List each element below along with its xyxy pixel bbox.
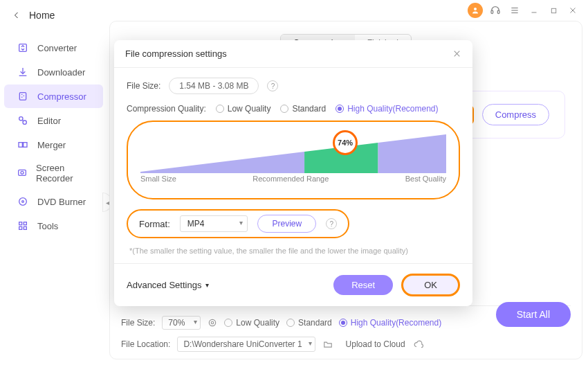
support-icon[interactable] — [488, 3, 502, 17]
upload-to-cloud-label: Upload to Cloud — [346, 339, 405, 349]
dvd-icon — [17, 195, 29, 208]
svg-rect-20 — [19, 170, 26, 175]
downloader-icon — [17, 66, 29, 78]
folder-icon[interactable] — [322, 339, 333, 349]
svg-rect-19 — [24, 143, 27, 148]
svg-rect-1 — [491, 10, 493, 14]
svg-point-22 — [19, 198, 27, 206]
svg-rect-25 — [24, 222, 26, 225]
quality-high-option[interactable]: High Quality(Recomend) — [339, 318, 441, 328]
tools-icon — [17, 220, 29, 232]
back-icon — [12, 11, 21, 19]
quality-label: Compression Quality: — [127, 104, 206, 114]
svg-point-21 — [21, 171, 24, 174]
home-label: Home — [29, 10, 55, 21]
file-size-select[interactable]: 70% — [162, 316, 201, 330]
sidebar-item-dvd-burner[interactable]: DVD Burner — [4, 190, 103, 213]
svg-point-30 — [212, 321, 214, 324]
merger-icon — [17, 139, 29, 151]
home-nav[interactable]: Home — [0, 0, 107, 30]
chevron-down-icon: ▾ — [205, 281, 209, 289]
quality-standard-option[interactable]: Standard — [280, 104, 326, 114]
slider-wedge-icon — [140, 134, 446, 173]
sidebar-item-compressor[interactable]: Compressor — [4, 84, 103, 108]
svg-point-0 — [474, 8, 477, 10]
recorder-icon — [17, 167, 28, 179]
sidebar-item-label: Compressor — [37, 91, 86, 102]
svg-point-15 — [19, 117, 23, 121]
bottom-bar: Start All File Size: 70% Low Quality Sta… — [121, 305, 571, 352]
start-all-button[interactable]: Start All — [496, 302, 571, 327]
svg-rect-11 — [19, 93, 26, 100]
slider-thumb[interactable]: 74% — [333, 130, 358, 155]
format-row: Format: MP4 Preview ? — [127, 209, 349, 238]
format-label: Format: — [139, 219, 170, 229]
sidebar-item-editor[interactable]: Editor — [4, 109, 103, 132]
editor-icon — [17, 114, 29, 127]
modal-title: File compression settings — [125, 48, 227, 59]
svg-point-16 — [23, 121, 26, 124]
slider-best-label: Best Quality — [405, 175, 446, 183]
svg-rect-7 — [551, 8, 555, 12]
reset-button[interactable]: Reset — [333, 275, 393, 295]
file-size-range-field[interactable]: 1.54 MB - 3.08 MB — [169, 78, 259, 94]
sidebar-item-label: Downloader — [37, 67, 85, 78]
sidebar-item-converter[interactable]: Converter — [4, 36, 103, 60]
cloud-icon[interactable] — [412, 339, 425, 349]
help-icon[interactable]: ? — [267, 80, 278, 91]
quality-low-option[interactable]: Low Quality — [216, 104, 271, 114]
sidebar-item-label: Editor — [37, 116, 61, 126]
modal-close-icon[interactable] — [452, 49, 461, 58]
hint-text: *(The smaller the setting value, the sma… — [129, 247, 457, 255]
sidebar-item-label: Screen Recorder — [36, 163, 91, 184]
sidebar-item-label: Tools — [37, 221, 58, 231]
sidebar-item-merger[interactable]: Merger — [4, 133, 103, 157]
sidebar-item-screen-recorder[interactable]: Screen Recorder — [4, 157, 103, 189]
sidebar-item-label: Converter — [37, 43, 77, 53]
user-avatar[interactable] — [468, 3, 483, 18]
sidebar-item-label: Merger — [37, 140, 66, 150]
quality-slider[interactable]: 74% Small Size Recommended Range Best Qu… — [127, 121, 460, 199]
advanced-settings-toggle[interactable]: Advanced Settings ▾ — [127, 280, 209, 290]
svg-rect-26 — [19, 226, 22, 229]
quality-low-option[interactable]: Low Quality — [224, 318, 279, 328]
sidebar-item-label: DVD Burner — [37, 197, 86, 207]
maximize-button[interactable] — [546, 3, 560, 17]
svg-line-17 — [22, 120, 23, 121]
svg-rect-24 — [19, 222, 22, 225]
file-location-label: File Location: — [121, 339, 170, 349]
svg-rect-2 — [497, 10, 499, 14]
compress-button[interactable]: Compress — [482, 104, 549, 125]
ok-button[interactable]: OK — [401, 274, 460, 296]
slider-recommended-label: Recommended Range — [252, 175, 329, 183]
target-icon[interactable] — [208, 318, 217, 328]
svg-marker-35 — [378, 134, 446, 173]
converter-icon — [17, 42, 29, 54]
file-location-select[interactable]: D:\Wondershare UniConverter 1 — [177, 337, 315, 352]
sidebar: Home Converter Downloader Compressor Edi… — [0, 0, 107, 365]
svg-rect-18 — [19, 143, 22, 148]
preview-button[interactable]: Preview — [257, 215, 316, 233]
format-select[interactable]: MP4 — [180, 215, 248, 232]
svg-rect-27 — [24, 226, 26, 229]
compressor-icon — [17, 90, 29, 103]
svg-point-23 — [22, 201, 24, 203]
close-button[interactable] — [566, 3, 580, 17]
file-size-label: File Size: — [127, 81, 160, 91]
help-icon[interactable]: ? — [326, 218, 337, 229]
svg-marker-33 — [140, 152, 304, 173]
quality-standard-option[interactable]: Standard — [286, 318, 332, 328]
slider-small-label: Small Size — [140, 175, 176, 183]
menu-icon[interactable] — [508, 3, 522, 17]
minimize-button[interactable] — [527, 3, 541, 17]
sidebar-item-downloader[interactable]: Downloader — [4, 60, 103, 84]
file-size-label: File Size: — [121, 318, 155, 328]
titlebar — [468, 0, 588, 21]
quality-high-option[interactable]: High Quality(Recomend) — [336, 104, 438, 114]
svg-point-29 — [210, 319, 216, 326]
sidebar-item-tools[interactable]: Tools — [4, 214, 103, 238]
compression-settings-modal: File compression settings File Size: 1.5… — [114, 40, 472, 306]
